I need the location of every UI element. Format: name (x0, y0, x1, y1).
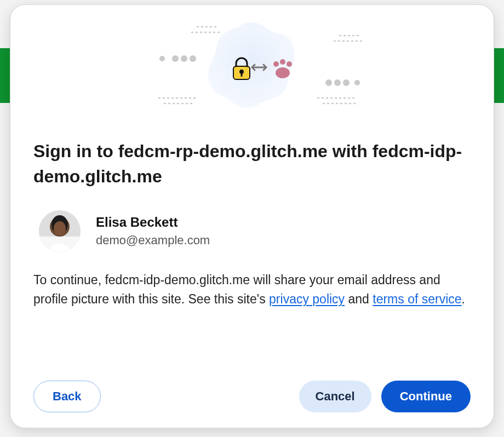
svg-point-28 (54, 221, 66, 235)
consent-text: To continue, fedcm-idp-demo.glitch.me wi… (33, 271, 471, 309)
svg-point-4 (273, 61, 279, 67)
terms-of-service-link[interactable]: terms of service (373, 292, 461, 306)
dialog-title: Sign in to fedcm-rp-demo.glitch.me with … (33, 139, 471, 189)
svg-point-6 (287, 61, 292, 67)
illustration (33, 5, 471, 125)
svg-point-13 (334, 79, 341, 86)
svg-point-5 (280, 59, 285, 65)
avatar (39, 210, 81, 252)
svg-point-9 (172, 55, 179, 62)
svg-point-7 (276, 67, 290, 78)
consent-joiner: and (345, 292, 373, 306)
account-name: Elisa Beckett (96, 215, 210, 230)
svg-point-8 (159, 56, 165, 61)
svg-rect-2 (241, 73, 243, 77)
consent-suffix: . (462, 292, 465, 306)
signin-dialog: Sign in to fedcm-rp-demo.glitch.me with … (10, 4, 494, 428)
cancel-button[interactable]: Cancel (299, 381, 371, 412)
svg-point-15 (354, 80, 360, 85)
svg-point-11 (190, 55, 196, 62)
svg-point-10 (181, 55, 187, 62)
button-row: Back Cancel Continue (33, 381, 471, 412)
privacy-policy-link[interactable]: privacy policy (269, 292, 345, 306)
svg-point-12 (325, 79, 332, 86)
back-button[interactable]: Back (33, 381, 101, 412)
account-row: Elisa Beckett demo@example.com (39, 210, 471, 252)
account-email: demo@example.com (96, 233, 210, 248)
continue-button[interactable]: Continue (381, 381, 471, 412)
svg-point-14 (343, 79, 350, 86)
